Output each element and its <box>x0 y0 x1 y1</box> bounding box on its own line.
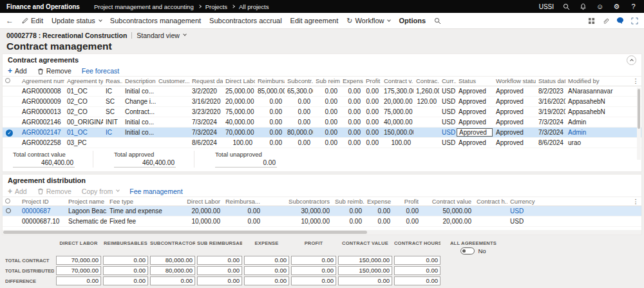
cell-reimbursable[interactable]: 0.00 <box>255 96 285 106</box>
cell-expense[interactable]: 0.00 <box>365 216 393 227</box>
cell-direct-labor[interactable]: 40,000.00 <box>223 117 255 127</box>
all-agreements-toggle[interactable]: No <box>442 247 504 254</box>
fee-forecast-button[interactable]: Fee forecast <box>82 67 119 75</box>
update-status-menu[interactable]: Update status <box>52 17 102 24</box>
cell-sub-reimbursable[interactable]: 0.00 <box>313 127 340 137</box>
remove-button[interactable]: Remove <box>37 67 71 75</box>
cell-project-name[interactable]: Schematic de... <box>66 216 107 227</box>
row-select-cell[interactable]: ✓ <box>3 106 19 117</box>
grid-options-header[interactable]: ⋮ <box>620 77 641 86</box>
cell-agreement-number[interactable]: AGR0000008 <box>19 86 64 96</box>
cell-sub-reimbursable[interactable]: 0.00 <box>313 117 340 127</box>
column-header-sub-reimbursable[interactable]: Sub reimb... <box>313 77 340 86</box>
edit-agreement-button[interactable]: Edit agreement <box>290 17 339 24</box>
row-select-cell[interactable] <box>3 206 19 216</box>
cell-request-date[interactable]: 7/3/2024 <box>189 117 223 127</box>
cell-sub-reimbursable[interactable]: 0.00 <box>313 137 340 148</box>
cell-reimbursable[interactable]: 0.00 <box>255 106 285 117</box>
cell-sub-reimbursable[interactable]: 0.00 <box>313 106 340 117</box>
agreement-row[interactable]: ✓ AGR0002147 01_OC IC Initial co... 7/3/… <box>3 127 641 137</box>
column-header-reason[interactable]: Reas... <box>103 77 122 86</box>
cell-currency[interactable]: USD <box>507 216 537 227</box>
cell-status-date[interactable]: 8/2/2023 <box>536 86 565 96</box>
cell-status-date[interactable]: 3/19/2020 <box>536 106 565 117</box>
help-icon[interactable]: ? <box>629 3 638 11</box>
scrollbar-thumb[interactable] <box>3 231 367 234</box>
workflow-menu[interactable]: ↻ Workflow <box>346 17 390 25</box>
cell-subcontractors[interactable]: 10,000.00 <box>263 216 332 227</box>
cell-reimbursable[interactable]: 0.00 <box>255 127 285 137</box>
agreement-row[interactable]: ✓ AGR0000009 02_CO SC Change i... 3/16/2… <box>3 96 641 106</box>
select-all-header[interactable] <box>3 77 19 86</box>
cell-profit[interactable]: 0.00 <box>363 86 381 96</box>
subcontractors-accrual-button[interactable]: Subcontractors accrual <box>209 17 282 24</box>
row-select-cell[interactable] <box>3 216 19 227</box>
cell-customer[interactable] <box>156 96 189 106</box>
column-header-workflow-status[interactable]: Workflow status <box>493 77 536 86</box>
column-header-contract-hours[interactable]: Contract h... <box>474 197 507 206</box>
column-header-reimbursable[interactable]: Reimbursa... <box>255 77 285 86</box>
cell-currency[interactable]: USD <box>439 127 456 137</box>
cell-fee-type[interactable]: Fixed fee <box>107 216 169 227</box>
cell-modified-by[interactable]: Admin <box>565 127 620 137</box>
cell-description[interactable]: Initial co... <box>122 127 156 137</box>
cell-reimbursable[interactable]: 0.00 <box>223 206 263 216</box>
cell-currency[interactable]: USD <box>439 86 456 96</box>
cell-reimbursable[interactable]: 0.00 <box>255 117 285 127</box>
cell-expense[interactable]: 0.00 <box>340 86 363 96</box>
cell-contract-value[interactable]: 150,000.00 <box>381 127 413 137</box>
agreement-row[interactable]: ✓ AGR0002258 03_PC 8/6/2024 100.00 0.00 … <box>3 137 641 148</box>
row-select-cell[interactable]: ✓ <box>3 117 19 127</box>
cell-profit[interactable]: 0.00 <box>363 127 381 137</box>
alerts-bell-icon[interactable] <box>579 3 587 11</box>
cell-sub-reimbursable[interactable]: 0.00 <box>313 86 340 96</box>
cell-profit[interactable]: 0.00 <box>363 106 381 117</box>
cell-reason[interactable]: SC <box>103 106 122 117</box>
select-all-header[interactable] <box>3 197 19 206</box>
cell-agreement-type[interactable]: 02_CO <box>64 96 103 106</box>
cell-reason[interactable]: SC <box>103 96 122 106</box>
column-header-currency[interactable]: Currency <box>507 197 537 206</box>
cell-contract-value[interactable]: 75,000.00 <box>381 106 413 117</box>
search-icon[interactable] <box>562 3 571 11</box>
column-header-expense[interactable]: Expense <box>365 197 393 206</box>
row-select-cell[interactable]: ✓ <box>3 86 19 96</box>
grid-options-header[interactable]: ⋮ <box>537 197 641 206</box>
cell-expense[interactable]: 0.00 <box>340 106 363 117</box>
cell-currency[interactable]: USD <box>439 106 456 117</box>
column-header-agreement-type[interactable]: Agreement type <box>64 77 103 86</box>
distribution-row[interactable]: 00000687 Lagoon Beac... Time and expense… <box>3 206 641 216</box>
office-apps-icon[interactable] <box>588 17 595 24</box>
cell-direct-labor[interactable]: 25,000.00 <box>223 86 255 96</box>
cell-contract-hours[interactable] <box>413 106 439 117</box>
cell-agreement-type[interactable]: 01_OC <box>64 127 103 137</box>
column-header-expense[interactable]: Expense <box>340 77 363 86</box>
attachments-icon[interactable] <box>602 17 609 24</box>
cell-status[interactable]: Approved <box>456 106 493 117</box>
agreement-row[interactable]: ✓ AGR0002146 00_ORIGINAL INIT Initial co… <box>3 117 641 127</box>
cell-agreement-number[interactable]: AGR0000013 <box>19 106 64 117</box>
options-button[interactable]: Options <box>399 17 426 24</box>
column-header-subcontractors[interactable]: Subcontractors <box>263 197 332 206</box>
cell-request-date[interactable]: 8/6/2024 <box>189 137 223 148</box>
column-header-request-date[interactable]: Request date <box>189 77 223 86</box>
fee-management-button[interactable]: Fee management <box>129 187 182 195</box>
record-id-title[interactable]: 00002778 : Recreational Construction <box>6 32 127 39</box>
cell-description[interactable] <box>122 137 156 148</box>
cell-fee-type[interactable]: Time and expense <box>107 206 169 216</box>
collapse-section-button[interactable] <box>627 55 636 65</box>
scrollbar-thumb[interactable] <box>638 89 640 129</box>
cell-status-date[interactable]: 7/3/2024 <box>536 127 565 137</box>
view-selector[interactable]: Standard view <box>137 32 186 39</box>
cell-workflow-status[interactable]: Approved <box>493 117 536 127</box>
cell-status-date[interactable]: 3/16/2020 <box>536 96 565 106</box>
cell-customer[interactable] <box>156 86 189 96</box>
cell-contract-value[interactable]: 50,000.00 <box>421 206 474 216</box>
cell-status[interactable]: Approved <box>456 137 493 148</box>
vertical-scrollbar[interactable] <box>637 88 641 160</box>
column-header-status-date[interactable]: Status date <box>536 77 565 86</box>
cell-modified-by[interactable]: ANarasannavar <box>565 86 620 96</box>
cell-contract-value[interactable]: 20,000.00 <box>381 96 413 106</box>
cell-expense[interactable]: 0.00 <box>340 137 363 148</box>
column-header-subcontractors[interactable]: Subcontr... <box>285 77 313 86</box>
